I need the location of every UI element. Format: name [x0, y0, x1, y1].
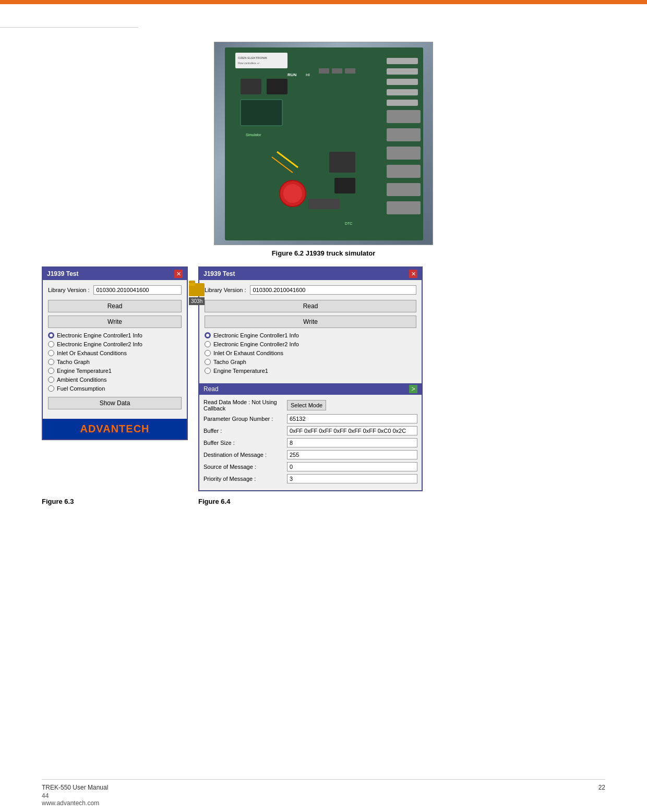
svg-rect-5 [387, 68, 418, 75]
priority-row: Priority of Message : 3 [203, 474, 417, 483]
radio-label-3-fig3: Inlet Or Exhaust Conditions [57, 350, 127, 356]
svg-rect-17 [241, 100, 282, 126]
svg-rect-14 [387, 201, 421, 214]
svg-rect-11 [387, 147, 421, 160]
dialog-fig3-title: J1939 Test [47, 270, 79, 277]
show-data-button-fig3[interactable]: Show Data [48, 397, 182, 409]
radio-item-3-fig4[interactable]: Inlet Or Exhaust Conditions [205, 350, 416, 356]
dialog-fig3-title-bar: J1939 Test ✕ [43, 268, 187, 280]
radio-circle-3-fig4 [205, 350, 211, 356]
radio-label-3-fig4: Inlet Or Exhaust Conditions [213, 350, 283, 356]
library-value-fig4: 010300.2010041600 [250, 285, 416, 295]
svg-rect-33 [189, 286, 195, 288]
read-button-fig3[interactable]: Read [48, 300, 182, 312]
svg-rect-34 [189, 283, 195, 286]
dialog-fig3-close-button[interactable]: ✕ [174, 270, 183, 278]
radio-label-1-fig3: Electronic Engine Controller1 Info [57, 332, 142, 338]
folder-area: 303h [189, 283, 205, 305]
dialog-fig4-close-button[interactable]: ✕ [409, 270, 417, 278]
source-value: 0 [287, 462, 417, 471]
radio-circle-2-fig3 [48, 341, 54, 347]
dialog-fig4: J1939 Test ✕ Library Version : 010300.20… [198, 266, 423, 491]
footer-manual: TREK-550 User Manual [42, 784, 108, 791]
header-box [0, 4, 138, 28]
radio-item-4-fig3[interactable]: Tacho Graph [48, 359, 182, 365]
footer-content: TREK-550 User Manual 22 [42, 784, 605, 791]
write-button-fig3[interactable]: Write [48, 316, 182, 328]
pgn-label: Parameter Group Number : [203, 416, 287, 422]
pgn-value: 65132 [287, 414, 417, 423]
source-row: Source of Message : 0 [203, 462, 417, 471]
buffer-size-value: 8 [287, 438, 417, 447]
read-section-title: Read [203, 385, 219, 393]
radio-group-fig4: Electronic Engine Controller1 Info Elect… [205, 332, 416, 374]
destination-row: Destination of Message : 255 [203, 450, 417, 459]
figure-6-3-label: Figure 6.3 [42, 498, 188, 505]
svg-text:DTC: DTC [345, 222, 352, 225]
library-value-fig3: 010300.2010041600 [93, 285, 182, 295]
library-row-fig3: Library Version : 010300.2010041600 [48, 285, 182, 295]
figure-6-2-caption: Figure 6.2 J1939 truck simulator [272, 249, 376, 257]
radio-item-7-fig3[interactable]: Fuel Comsumption [48, 385, 182, 392]
footer-website: www.advantech.com [42, 799, 99, 807]
destination-label: Destination of Message : [203, 452, 287, 458]
svg-rect-16 [267, 79, 287, 94]
svg-rect-1 [235, 53, 287, 68]
svg-rect-4 [387, 58, 418, 64]
footer-bottom: 44 www.advantech.com [42, 792, 99, 807]
radio-circle-3-fig3 [48, 350, 54, 356]
folder-icon[interactable] [189, 283, 205, 296]
svg-rect-6 [387, 79, 418, 85]
select-mode-button[interactable]: Select Mode [287, 400, 326, 410]
radio-label-4-fig3: Tacho Graph [57, 359, 90, 365]
svg-rect-24 [308, 199, 340, 209]
truck-image-inner: OZEN ELEKTRONIK Flow controllers +/- [214, 42, 433, 245]
advantech-text: ADVANTECH [80, 423, 149, 434]
svg-rect-7 [387, 89, 418, 95]
svg-text:OZEN ELEKTRONIK: OZEN ELEKTRONIK [238, 56, 267, 59]
svg-rect-29 [319, 68, 329, 74]
top-orange-bar [0, 0, 647, 4]
main-content: OZEN ELEKTRONIK Flow controllers +/- [0, 31, 647, 516]
radio-item-3-fig3[interactable]: Inlet Or Exhaust Conditions [48, 350, 182, 356]
read-section-wrapper: Read > Read Data Mode : Not Using Callba… [199, 383, 422, 490]
advantech-banner: ADVANTECH [43, 419, 187, 439]
buffer-size-label: Buffer Size : [203, 440, 287, 446]
advantech-ad: AD [80, 423, 96, 434]
figures-row: J1939 Test ✕ Library Version : 010300.20… [42, 266, 605, 491]
read-expand-button[interactable]: > [409, 385, 417, 393]
radio-label-5-fig4: Engine Temperature1 [213, 368, 268, 374]
read-data-mode-label: Read Data Mode : Not Using Callback [203, 399, 287, 411]
buffer-size-row: Buffer Size : 8 [203, 438, 417, 447]
radio-item-1-fig4[interactable]: Electronic Engine Controller1 Info [205, 332, 416, 338]
advantech-vantech: VANTECH [96, 423, 149, 434]
pgn-row: Parameter Group Number : 65132 [203, 414, 417, 423]
svg-rect-9 [387, 110, 421, 123]
dialog-fig4-title: J1939 Test [203, 270, 235, 277]
radio-circle-7-fig3 [48, 385, 54, 392]
buffer-label: Buffer : [203, 428, 287, 434]
radio-circle-5-fig4 [205, 368, 211, 374]
radio-item-6-fig3[interactable]: Ambient Conditions [48, 377, 182, 383]
svg-text:RUN: RUN [287, 72, 297, 77]
figure-6-4-label: Figure 6.4 [198, 498, 605, 505]
priority-value: 3 [287, 474, 417, 483]
radio-item-2-fig4[interactable]: Electronic Engine Controller2 Info [205, 341, 416, 347]
circuit-board: OZEN ELEKTRONIK Flow controllers +/- [225, 47, 422, 239]
write-button-fig4[interactable]: Write [205, 316, 416, 328]
footer-page-num: 44 [42, 792, 99, 799]
footer-page: 22 [598, 784, 605, 791]
radio-item-5-fig4[interactable]: Engine Temperature1 [205, 368, 416, 374]
radio-item-1-fig3[interactable]: Electronic Engine Controller1 Info [48, 332, 182, 338]
radio-label-2-fig3: Electronic Engine Controller2 Info [57, 341, 142, 347]
radio-circle-2-fig4 [205, 341, 211, 347]
figure-6-2-container: OZEN ELEKTRONIK Flow controllers +/- [42, 42, 605, 257]
read-section-header: Read > [199, 383, 422, 395]
library-label-fig3: Library Version : [48, 287, 89, 293]
read-button-fig4[interactable]: Read [205, 300, 416, 312]
radio-label-7-fig3: Fuel Comsumption [57, 385, 105, 392]
radio-item-4-fig4[interactable]: Tacho Graph [205, 359, 416, 365]
radio-item-5-fig3[interactable]: Engine Temperature1 [48, 368, 182, 374]
radio-item-2-fig3[interactable]: Electronic Engine Controller2 Info [48, 341, 182, 347]
dialog-overlay-area: 303h J1939 Test ✕ Library Version : 0103… [198, 266, 605, 491]
